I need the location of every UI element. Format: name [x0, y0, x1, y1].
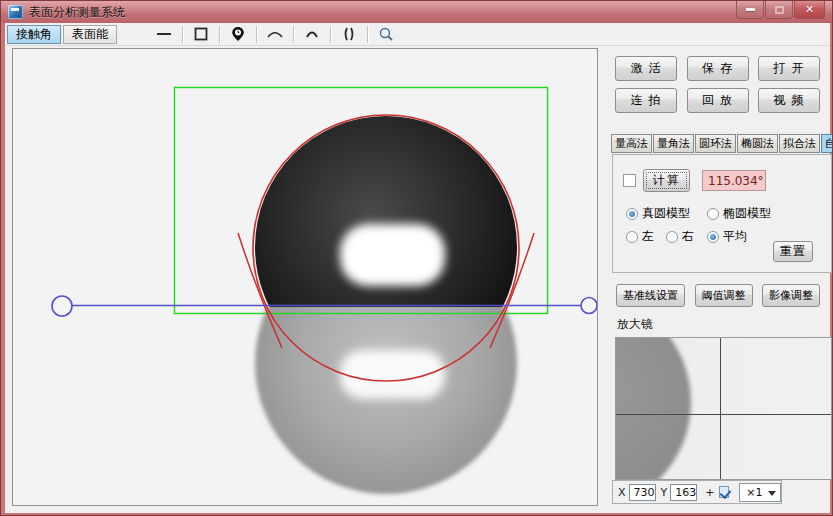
crosshair-vertical: [720, 338, 721, 480]
toolbar-separator: [330, 26, 331, 43]
toolbar-separator: [293, 26, 294, 43]
tab-surface-energy[interactable]: 表面能: [63, 25, 117, 44]
activate-button[interactable]: 激 活: [615, 56, 677, 81]
open-button[interactable]: 打 开: [758, 56, 820, 81]
tab-angle-method[interactable]: 量角法: [653, 134, 694, 153]
magnifier-icon: [378, 26, 394, 42]
action-row-2: 连 拍 回 放 视 频: [615, 88, 820, 113]
arc-small-tool-button[interactable]: [299, 25, 325, 44]
tab-fitting-method[interactable]: 拟合法: [779, 134, 820, 153]
roi-rectangle[interactable]: [175, 88, 548, 314]
x-input[interactable]: 730: [629, 484, 656, 501]
coordinate-bar: X 730 Y 163 + ×1: [612, 480, 782, 504]
title-bar: 表面分析测量系统: [1, 1, 833, 23]
playback-button[interactable]: 回 放: [687, 88, 749, 113]
toolbar: 接触角 表面能: [5, 23, 830, 46]
fit-circle: [253, 115, 519, 381]
burst-button[interactable]: 连 拍: [615, 88, 677, 113]
radio-average[interactable]: 平均: [707, 228, 747, 245]
magnifier-tool-button[interactable]: [373, 25, 399, 44]
magnifier-view: [615, 337, 832, 480]
calc-checkbox[interactable]: [623, 174, 636, 187]
maximize-button[interactable]: [765, 1, 793, 19]
radio-label: 真圆模型: [642, 205, 690, 222]
crosshair-horizontal: [616, 414, 832, 415]
minimize-button[interactable]: [736, 1, 764, 19]
save-button[interactable]: 保 存: [687, 56, 749, 81]
adjustment-row: 基准线设置 阈值调整 影像调整: [616, 284, 820, 307]
image-canvas[interactable]: [12, 48, 598, 506]
tab-height-method[interactable]: 量高法: [611, 134, 652, 153]
client-area: 激 活 保 存 打 开 连 拍 回 放 视 频 量高法 量角法 圆环法 椭圆法 …: [5, 46, 830, 513]
measurement-overlay: [13, 49, 598, 506]
line-tool-button[interactable]: [151, 25, 177, 44]
radio-icon: [707, 208, 719, 220]
auto-method-group: 计算 115.034° 真圆模型 椭圆模型 左: [612, 154, 832, 273]
minimize-icon: [746, 8, 755, 11]
arc-small-icon: [304, 26, 320, 42]
plus-label: +: [705, 486, 714, 499]
chevron-down-icon: [768, 491, 776, 496]
app-icon: [8, 5, 23, 19]
calculate-button[interactable]: 计算: [643, 169, 690, 192]
toolbar-separator: [367, 26, 368, 43]
radio-label: 右: [682, 228, 694, 245]
radio-ellipse-model[interactable]: 椭圆模型: [707, 205, 771, 222]
radio-icon: [626, 208, 638, 220]
baseline-handle-left[interactable]: [52, 296, 72, 316]
control-panel: 激 活 保 存 打 开 连 拍 回 放 视 频 量高法 量角法 圆环法 椭圆法 …: [601, 46, 830, 513]
video-button[interactable]: 视 频: [758, 88, 820, 113]
image-adjust-button[interactable]: 影像调整: [762, 284, 820, 307]
arc-icon: [266, 26, 284, 42]
y-label: Y: [661, 486, 668, 499]
arc-tool-button[interactable]: [262, 25, 288, 44]
y-input[interactable]: 163: [670, 484, 697, 501]
toolbar-separator: [219, 26, 220, 43]
pin-tool-button[interactable]: [225, 25, 251, 44]
radio-right[interactable]: 右: [666, 228, 694, 245]
method-tab-strip: 量高法 量角法 圆环法 椭圆法 拟合法 自动法: [611, 134, 833, 153]
rectangle-tool-button[interactable]: [188, 25, 214, 44]
radio-label: 左: [642, 228, 654, 245]
reset-button[interactable]: 重置: [773, 241, 813, 262]
close-button[interactable]: ✕: [794, 1, 825, 19]
action-row-1: 激 活 保 存 打 开: [615, 56, 820, 81]
baseline-handle-right[interactable]: [581, 298, 597, 314]
angle-value-field: 115.034°: [702, 170, 766, 191]
model-radio-row: 真圆模型 椭圆模型: [626, 205, 771, 222]
tab-ring-method[interactable]: 圆环法: [695, 134, 736, 153]
line-icon: [156, 26, 172, 42]
radio-left[interactable]: 左: [626, 228, 654, 245]
baseline-settings-button[interactable]: 基准线设置: [616, 284, 685, 307]
radio-icon: [707, 231, 719, 243]
rotate-icon: [341, 26, 357, 42]
rectangle-icon: [193, 26, 209, 42]
radio-label: 椭圆模型: [723, 205, 771, 222]
x-label: X: [618, 486, 626, 499]
tab-contact-angle[interactable]: 接触角: [7, 25, 61, 44]
magnifier-label: 放大镜: [617, 316, 653, 333]
side-radio-row: 左 右 平均: [626, 228, 747, 245]
toolbar-separator: [182, 26, 183, 43]
threshold-adjust-button[interactable]: 阈值调整: [695, 284, 753, 307]
tab-ellipse-method[interactable]: 椭圆法: [737, 134, 778, 153]
window-title: 表面分析测量系统: [29, 4, 125, 21]
zoom-factor-select[interactable]: ×1: [739, 483, 781, 502]
radio-label: 平均: [723, 228, 747, 245]
calc-row: 计算 115.034°: [623, 169, 766, 192]
maximize-icon: [775, 6, 784, 14]
magnified-droplet-edge: [615, 337, 691, 480]
radio-true-circle-model[interactable]: 真圆模型: [626, 205, 690, 222]
radio-icon: [666, 231, 678, 243]
app-window: 表面分析测量系统 ✕ 接触角 表面能: [0, 0, 833, 516]
tab-auto-method[interactable]: 自动法: [821, 134, 833, 153]
toolbar-separator: [256, 26, 257, 43]
pin-icon: [230, 26, 246, 42]
crosshair-checkbox[interactable]: [719, 486, 730, 498]
window-controls: ✕: [735, 1, 825, 19]
rotate-tool-button[interactable]: [336, 25, 362, 44]
radio-icon: [626, 231, 638, 243]
zoom-factor-value: ×1: [746, 486, 762, 499]
